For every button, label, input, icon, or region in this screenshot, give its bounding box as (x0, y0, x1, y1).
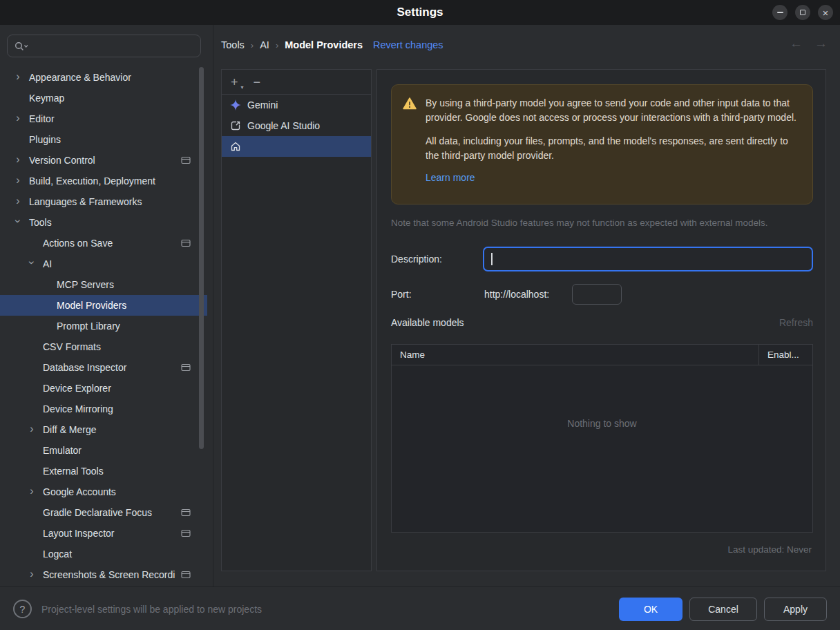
sidebar-item-label: Logcat (43, 548, 72, 560)
sidebar-item-label: CSV Formats (43, 341, 101, 352)
sidebar-item-csv-formats[interactable]: CSV Formats (0, 336, 207, 357)
close-button[interactable]: × (818, 5, 833, 20)
search-box[interactable] (7, 35, 201, 57)
chevron-right-icon[interactable]: › (14, 71, 22, 82)
sidebar-item-logcat[interactable]: Logcat (0, 544, 207, 564)
sidebar-item-label: MCP Servers (57, 279, 114, 290)
port-row: Port: http://localhost: (391, 284, 813, 305)
cancel-button[interactable]: Cancel (689, 598, 757, 621)
chevron-down-icon[interactable]: › (12, 217, 23, 225)
sidebar-item-prompt-library[interactable]: Prompt Library (0, 316, 207, 336)
sidebar-item-label: Diff & Merge (43, 424, 97, 435)
refresh-button[interactable]: Refresh (779, 317, 813, 328)
add-provider-button[interactable]: +▾ (231, 76, 238, 88)
chevron-down-icon[interactable]: › (26, 258, 37, 267)
minimize-button[interactable] (772, 5, 788, 20)
chevron-right-icon[interactable]: › (14, 154, 22, 165)
sidebar-item-mcp-servers[interactable]: MCP Servers (0, 274, 207, 295)
chevron-right-icon[interactable]: › (14, 175, 22, 186)
dialog-footer: ? Project-level settings will be applied… (0, 586, 840, 630)
provider-item-google-ai-studio[interactable]: Google AI Studio (222, 115, 371, 136)
sidebar-item-label: Build, Execution, Deployment (29, 175, 155, 187)
ok-button[interactable]: OK (619, 598, 682, 621)
sidebar-item-languages-frameworks[interactable]: ›Languages & Frameworks (0, 191, 207, 212)
help-icon: ? (20, 604, 26, 615)
project-settings-icon (181, 239, 191, 247)
sidebar-item-layout-inspector[interactable]: Layout Inspector (0, 523, 207, 544)
project-settings-icon (181, 363, 191, 372)
sidebar-item-device-mirroring[interactable]: Device Mirroring (0, 399, 207, 419)
third-party-warning-banner: By using a third-party model you agree t… (391, 84, 813, 204)
revert-changes-link[interactable]: Revert changes (373, 39, 443, 50)
remove-provider-button[interactable]: − (254, 76, 261, 88)
chevron-right-icon[interactable]: › (28, 569, 36, 580)
models-table-empty: Nothing to show (392, 365, 812, 532)
providers-toolbar: +▾ − (222, 70, 371, 95)
sidebar-item-diff-merge[interactable]: ›Diff & Merge (0, 419, 207, 440)
port-input[interactable] (572, 284, 622, 305)
sidebar-item-google-accounts[interactable]: ›Google Accounts (0, 481, 207, 502)
project-settings-icon (181, 571, 191, 579)
provider-item-gemini[interactable]: Gemini (222, 95, 371, 115)
column-header-name[interactable]: Name (392, 345, 758, 365)
sidebar-item-tools[interactable]: ›Tools (0, 212, 207, 233)
sidebar-item-database-inspector[interactable]: Database Inspector (0, 357, 207, 378)
chevron-right-icon[interactable]: › (28, 423, 36, 435)
chevron-right-icon[interactable]: › (14, 113, 22, 124)
learn-more-link[interactable]: Learn more (426, 171, 475, 185)
help-button[interactable]: ? (13, 600, 32, 618)
sidebar-item-label: Tools (29, 217, 52, 228)
sidebar-item-label: Device Explorer (43, 383, 111, 394)
sidebar-item-editor[interactable]: ›Editor (0, 108, 207, 129)
sidebar-item-ai[interactable]: ›AI (0, 254, 207, 274)
sidebar-item-emulator[interactable]: Emulator (0, 440, 207, 461)
breadcrumb-tools[interactable]: Tools (221, 39, 245, 50)
sidebar-item-version-control[interactable]: ›Version Control (0, 150, 207, 171)
chevron-right-icon[interactable]: › (28, 486, 36, 497)
provider-item-label: Gemini (247, 99, 278, 111)
sidebar-item-model-providers[interactable]: Model Providers (0, 295, 207, 316)
models-table: NameEnabl... Nothing to show (391, 344, 813, 533)
sidebar-item-label: Prompt Library (57, 321, 120, 332)
sidebar-item-screenshots-screen-recordi[interactable]: ›Screenshots & Screen Recordi (0, 564, 207, 585)
forward-arrow-icon[interactable]: → (814, 36, 828, 51)
sidebar-item-gradle-declarative-focus[interactable]: Gradle Declarative Focus (0, 502, 207, 523)
sidebar-item-device-explorer[interactable]: Device Explorer (0, 378, 207, 399)
sidebar-item-label: Languages & Frameworks (29, 196, 142, 207)
window-controls: × (772, 5, 833, 20)
history-navigation: ← → (790, 36, 828, 51)
sidebar-item-label: Version Control (29, 155, 95, 166)
sidebar-item-label: Database Inspector (43, 362, 126, 373)
breadcrumb-model-providers[interactable]: Model Providers (285, 39, 363, 50)
apply-button[interactable]: Apply (764, 598, 827, 621)
sidebar-item-appearance-behavior[interactable]: ›Appearance & Behavior (0, 67, 207, 88)
description-row: Description: (391, 246, 813, 272)
provider-item-home[interactable] (222, 136, 371, 157)
maximize-button[interactable] (795, 5, 810, 20)
chevron-right-icon[interactable]: › (14, 195, 22, 207)
titlebar: Settings × (0, 0, 840, 25)
search-icon[interactable] (14, 41, 29, 52)
breadcrumb-ai[interactable]: AI (260, 39, 269, 50)
settings-tree: ›Appearance & BehaviorKeymap›EditorPlugi… (0, 67, 207, 585)
project-settings-icon (181, 508, 191, 517)
sidebar-item-label: Emulator (43, 445, 82, 456)
sidebar-item-actions-on-save[interactable]: Actions on Save (0, 233, 207, 254)
provider-list: GeminiGoogle AI Studio (222, 95, 371, 157)
sidebar-item-label: Google Accounts (43, 486, 116, 497)
window-title: Settings (397, 6, 443, 19)
description-input[interactable] (483, 247, 813, 271)
external-models-note: Note that some Android Studio features m… (391, 218, 768, 228)
sidebar-item-label: External Tools (43, 466, 104, 477)
add-dropdown-caret-icon: ▾ (241, 85, 244, 90)
sidebar-item-keymap[interactable]: Keymap (0, 88, 207, 108)
settings-search-input[interactable] (32, 41, 194, 52)
sidebar-scrollbar[interactable] (199, 67, 204, 449)
warning-text: By using a third-party model you agree t… (426, 96, 801, 193)
sidebar-item-external-tools[interactable]: External Tools (0, 461, 207, 481)
breadcrumb: Tools › AI › Model Providers Revert chan… (221, 35, 443, 55)
sidebar-item-build-execution-deployment[interactable]: ›Build, Execution, Deployment (0, 171, 207, 191)
sidebar-item-plugins[interactable]: Plugins (0, 129, 207, 150)
back-arrow-icon[interactable]: ← (790, 36, 803, 51)
column-header-enabl[interactable]: Enabl... (758, 345, 812, 365)
